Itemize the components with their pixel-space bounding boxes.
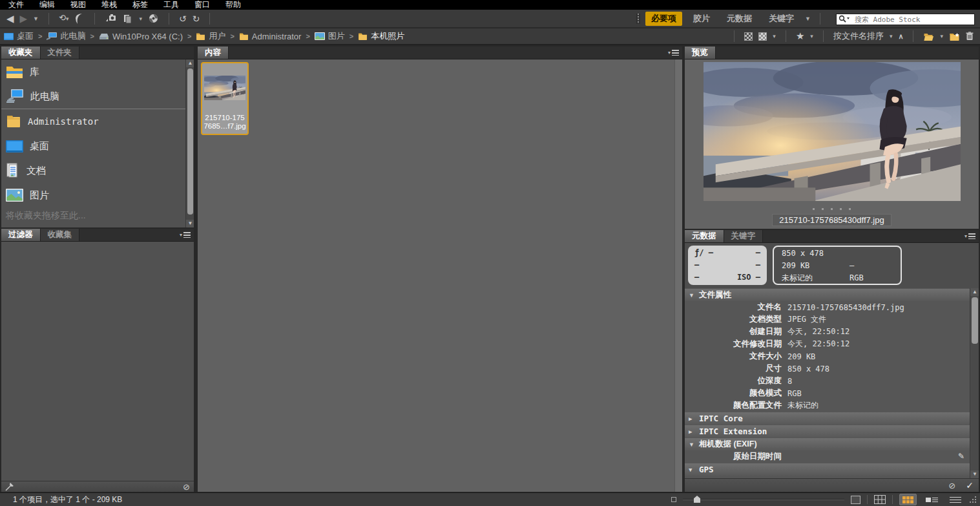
tab-preview[interactable]: 预览	[685, 47, 716, 59]
menu-window[interactable]: 窗口	[194, 0, 210, 10]
copy-caret-icon[interactable]: ▾	[139, 16, 142, 22]
larger-thumbnails-icon[interactable]	[851, 496, 860, 504]
content-scrollbar[interactable]	[674, 59, 682, 492]
open-caret-icon[interactable]: ▾	[940, 33, 943, 39]
smaller-thumbnails-icon[interactable]	[671, 497, 676, 502]
breadcrumb-current-folder[interactable]: 本机照片	[358, 30, 404, 42]
sort-ascending-icon[interactable]: ∧	[898, 32, 903, 41]
edit-pencil-icon[interactable]: ✎	[958, 452, 964, 461]
tab-folders[interactable]: 文件夹	[41, 47, 80, 59]
scroll-down-icon[interactable]: ▼	[186, 220, 194, 227]
favorites-item-administrator[interactable]: Administrator	[1, 109, 185, 134]
scrollbar-thumb[interactable]	[187, 69, 193, 215]
rating-filter-star-icon[interactable]: ★	[796, 30, 804, 42]
favorites-item-this-pc[interactable]: 此电脑	[1, 84, 185, 109]
breadcrumb-administrator[interactable]: Administrator	[239, 32, 302, 41]
thumbnail-size-slider[interactable]	[683, 495, 844, 504]
workspace-tab-filmstrip[interactable]: 胶片	[687, 12, 716, 26]
clear-filter-icon[interactable]: ⊘	[183, 482, 190, 492]
breadcrumb-pictures[interactable]: 图片	[315, 30, 345, 42]
copy-pages-icon[interactable]	[123, 14, 133, 24]
tab-metadata[interactable]: 元数据	[685, 230, 724, 242]
open-folder-icon[interactable]	[923, 32, 934, 41]
back-icon[interactable]: ◀	[6, 12, 14, 25]
slider-track[interactable]	[683, 499, 844, 500]
menu-label[interactable]: 标签	[132, 0, 148, 10]
tab-keywords[interactable]: 关键字	[724, 230, 764, 242]
rotate-right-icon[interactable]: ↻	[193, 12, 200, 25]
forward-icon[interactable]: ▶	[20, 12, 28, 25]
breadcrumb-separator: >	[306, 32, 309, 40]
thumbnail-quality-icon[interactable]	[744, 32, 753, 41]
rotate-left-icon[interactable]: ↺	[179, 12, 187, 25]
workspace-caret-icon[interactable]: ▼	[805, 16, 811, 22]
breadcrumb-drive-c[interactable]: Win10Pro X64 (C:)	[99, 32, 183, 41]
scroll-up-icon[interactable]: ▲	[970, 288, 979, 296]
workspace-drag-handle[interactable]	[636, 14, 640, 24]
scrollbar-thumb[interactable]	[972, 297, 978, 344]
metadata-scrollbar[interactable]: ▲ ▼	[970, 288, 979, 478]
refresh-spin-icon[interactable]	[148, 13, 159, 24]
apply-metadata-icon[interactable]: ✓	[966, 480, 974, 490]
search-icon[interactable]	[839, 15, 850, 23]
favorites-scrollbar[interactable]: ▲ ▼	[185, 59, 194, 227]
delete-trash-icon[interactable]	[966, 32, 974, 41]
boomerang-icon[interactable]	[74, 13, 85, 25]
nav-history-caret-icon[interactable]: ▼	[33, 16, 39, 22]
scroll-up-icon[interactable]: ▲	[186, 59, 194, 67]
workspace-tab-metadata[interactable]: 元数据	[721, 12, 758, 26]
thumbnail-quality-options-icon[interactable]	[758, 32, 767, 41]
metadata-panel-menu-icon[interactable]: ▾	[964, 233, 975, 239]
view-as-details-button[interactable]	[923, 494, 941, 505]
preview-image[interactable]	[704, 62, 961, 201]
section-iptc-core[interactable]: ▶ IPTC Core	[685, 412, 970, 425]
cancel-metadata-icon[interactable]: ⊘	[948, 481, 955, 490]
favorites-drop-hint: 将收藏夹拖移至此...	[1, 207, 185, 222]
keep-filter-pin-icon[interactable]	[5, 482, 14, 491]
rating-dots[interactable]	[685, 205, 979, 213]
section-iptc-extension[interactable]: ▶ IPTC Extension	[685, 425, 970, 437]
view-as-thumbnails-button[interactable]	[899, 494, 917, 505]
favorites-item-pictures[interactable]: 图片	[1, 183, 185, 207]
tab-collections[interactable]: 收藏集	[41, 229, 80, 241]
tab-content[interactable]: 内容	[198, 47, 229, 59]
favorites-item-libraries[interactable]: 库	[1, 59, 185, 84]
section-file-properties[interactable]: ▼ 文件属性	[685, 289, 970, 301]
tab-filter[interactable]: 过滤器	[1, 229, 41, 241]
window-resize-grip[interactable]	[970, 497, 976, 503]
search-input[interactable]	[836, 14, 975, 25]
menu-file[interactable]: 文件	[8, 0, 24, 10]
menu-stacks[interactable]: 堆栈	[101, 0, 117, 10]
rating-caret-icon[interactable]: ▾	[810, 33, 813, 39]
recent-items-icon[interactable]: ⟲▾	[59, 12, 68, 25]
sort-by-filename[interactable]: 按文件名排序	[833, 30, 884, 42]
lock-grid-icon[interactable]	[874, 495, 886, 504]
camera-import-icon[interactable]	[105, 14, 117, 23]
menu-view[interactable]: 视图	[70, 0, 86, 10]
breadcrumb-users[interactable]: 用户	[196, 30, 225, 42]
section-gps[interactable]: ▼ GPS	[685, 463, 970, 476]
menu-help[interactable]: 帮助	[225, 0, 241, 10]
menu-tools[interactable]: 工具	[163, 0, 179, 10]
content-panel-menu-icon[interactable]: ▾	[668, 50, 679, 56]
menu-edit[interactable]: 编辑	[39, 0, 55, 10]
favorites-item-desktop[interactable]: 桌面	[1, 134, 185, 158]
quality-caret-icon[interactable]: ▾	[773, 33, 776, 39]
breadcrumb-desktop[interactable]: 桌面	[4, 30, 34, 42]
meta-row-datetime-original[interactable]: 原始日期时间 ✎	[685, 450, 970, 463]
workspace-tab-keywords[interactable]: 关键字	[763, 12, 800, 26]
new-folder-icon[interactable]	[949, 32, 960, 41]
filter-footer: ⊘	[1, 481, 194, 492]
view-as-list-button[interactable]	[947, 494, 964, 505]
workspace-tab-essentials[interactable]: 必要项	[645, 12, 682, 26]
metadata-sections: ▼ 文件属性 文件名 215710-1757685430dff7.jpg 文档类…	[685, 288, 970, 478]
slider-knob[interactable]	[694, 496, 700, 503]
tab-favorites[interactable]: 收藏夹	[1, 47, 41, 59]
section-camera-data-exif[interactable]: ▼ 相机数据 (EXIF)	[685, 438, 970, 450]
breadcrumb-this-pc[interactable]: 此电脑	[47, 30, 85, 42]
filter-panel-menu-icon[interactable]: ▾	[180, 232, 191, 238]
file-thumbnail-selected[interactable]: 215710-175 7685…f7.jpg	[201, 62, 249, 135]
scroll-down-icon[interactable]: ▼	[970, 470, 979, 478]
favorites-item-documents[interactable]: 文档	[1, 158, 185, 183]
sort-caret-icon[interactable]: ▾	[890, 33, 893, 39]
